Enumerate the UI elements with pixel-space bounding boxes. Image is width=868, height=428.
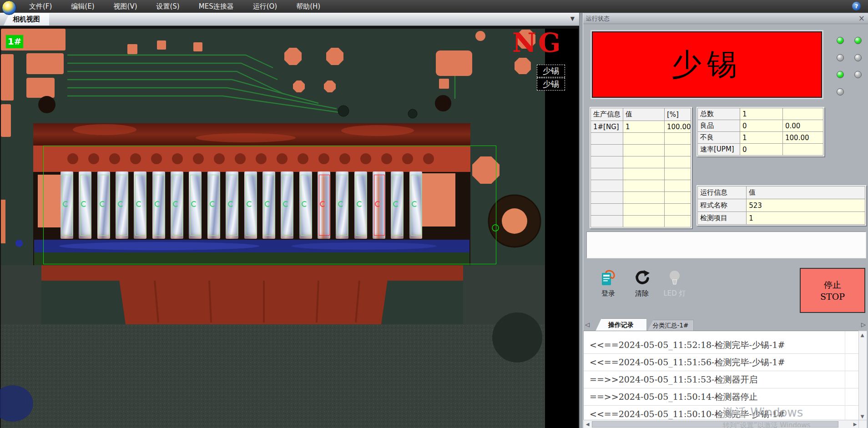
scroll-left-icon[interactable]: ◀ — [584, 421, 591, 428]
table-row: 检测项目1 — [698, 212, 865, 224]
table-cell — [665, 145, 691, 156]
table-cell: 良品 — [698, 120, 740, 131]
table-header-cell: 值 — [623, 108, 664, 121]
table-cell — [591, 204, 623, 215]
menu-bar: 文件(F)编辑(E)视图(V)设置(S)MES连接器运行(O)帮助(H) ? — [0, 0, 868, 13]
defect-tag-1: 少锡 — [537, 78, 565, 91]
table-header-row: 生产信息值[%] — [591, 108, 691, 121]
table-cell — [665, 180, 691, 191]
table-cell — [591, 192, 623, 203]
table-cell: 1 — [740, 108, 782, 120]
menu-items: 文件(F)编辑(E)视图(V)设置(S)MES连接器运行(O)帮助(H) — [26, 1, 323, 12]
menu-item-6[interactable]: 帮助(H) — [293, 1, 323, 12]
windows-activation-watermark-subtext: 转到“设置”以激活 Windows — [723, 421, 810, 428]
table-cell: 523 — [747, 199, 865, 211]
message-box[interactable] — [586, 232, 866, 258]
table-row: 速率[UPM]0 — [698, 144, 823, 155]
chevron-down-icon[interactable]: ▼ — [570, 15, 575, 22]
pad-marker-6 — [155, 201, 161, 207]
toolbar-button-0[interactable]: 登录 — [591, 268, 626, 298]
menu-item-5[interactable]: 运行(O) — [250, 1, 280, 12]
toolbar-button-label: 清除 — [625, 289, 659, 298]
pad-marker-1 — [63, 201, 69, 207]
table-cell: 1 — [740, 132, 782, 143]
camera-viewport[interactable]: 1# NG 少锡少锡 — [0, 25, 579, 428]
table-cell: 1#[NG] — [591, 121, 623, 132]
table-row — [591, 192, 691, 203]
stop-label-cn: 停止 — [824, 279, 841, 291]
menu-item-3[interactable]: 设置(S) — [154, 1, 182, 12]
table-cell — [665, 192, 691, 203]
pad-marker-7 — [173, 201, 179, 207]
table-cell — [665, 168, 691, 180]
status-banner: 少锡 — [592, 31, 822, 98]
toolbar-button-label: LED 灯 — [657, 289, 692, 298]
stop-button[interactable]: 停止 STOP — [800, 268, 865, 313]
scroll-down-icon[interactable]: ▼ — [859, 413, 866, 420]
table-cell: 0 — [740, 120, 782, 131]
led-indicator-2-0 — [837, 71, 844, 78]
vertical-scrollbar[interactable]: ▲ ▼ — [858, 331, 867, 421]
log-tab-1[interactable]: 分类汇总-1# — [647, 320, 694, 331]
scroll-right-icon[interactable]: ▶ — [852, 421, 858, 428]
menu-item-0[interactable]: 文件(F) — [26, 1, 55, 12]
panel-title-bar: 运行状态 × — [583, 13, 868, 24]
table-cell — [623, 168, 664, 180]
menu-item-4[interactable]: MES连接器 — [196, 1, 237, 12]
table-cell: 1 — [623, 121, 664, 132]
pad-marker-3 — [100, 201, 106, 207]
tab-camera-view[interactable]: 相机视图 — [4, 13, 49, 25]
led-indicator-0-1 — [854, 37, 862, 44]
table-cell: 0 — [740, 144, 782, 155]
toolbar-button-label: 登录 — [591, 289, 626, 298]
table-header-cell: 值 — [747, 186, 865, 199]
table-cell — [623, 216, 664, 227]
table-cell: 速率[UPM] — [698, 144, 740, 155]
table-cell: 0.00 — [783, 120, 823, 131]
table-row: 总数1 — [698, 108, 823, 120]
table-row — [591, 168, 691, 180]
pad-marker-11 — [247, 201, 252, 207]
app-logo-icon — [2, 0, 16, 15]
log-tab-strip: ◁ ▷ 操作记录分类汇总-1# — [583, 318, 868, 331]
scroll-up-icon[interactable]: ▲ — [859, 332, 866, 338]
production-info-table: 生产信息值[%]1#[NG]1100.00 — [590, 107, 692, 228]
table-header-cell: [%] — [665, 108, 691, 121]
table-row — [591, 204, 691, 215]
log-tab-0[interactable]: 操作记录 — [595, 318, 646, 331]
pad-marker-17 — [357, 201, 363, 207]
led-indicator-2-1 — [854, 71, 862, 78]
toolbar-button-1[interactable]: 清除 — [625, 268, 659, 298]
table-cell — [665, 133, 691, 144]
log-entry: ==>>2024-05-05_11:50:14-检测器停止 — [584, 388, 867, 406]
application-window: 文件(F)编辑(E)视图(V)设置(S)MES连接器运行(O)帮助(H) ? 相… — [0, 0, 868, 428]
log-entry: <<==2024-05-05_11:52:18-检测完毕-少锡-1# — [584, 337, 867, 354]
toolbar-button-2[interactable]: LED 灯 — [657, 268, 692, 298]
table-cell — [591, 145, 623, 156]
pad-marker-14 — [302, 201, 308, 207]
table-cell — [623, 204, 664, 215]
table-row: 1#[NG]1100.00 — [591, 121, 691, 132]
tab-scroll-left-icon[interactable]: ◁ — [585, 321, 590, 328]
pad-marker-4 — [118, 201, 124, 207]
table-cell: 检测项目 — [698, 212, 746, 224]
table-cell — [591, 168, 623, 180]
table-header-cell: 运行信息 — [698, 186, 746, 199]
pad-marker-12 — [265, 201, 271, 207]
table-cell — [591, 216, 623, 227]
horizontal-scrollbar[interactable]: ◀ ▶ — [583, 420, 859, 428]
inspection-result-text: NG — [512, 30, 563, 56]
tab-scroll-right-icon[interactable]: ▷ — [861, 321, 866, 328]
help-icon[interactable]: ? — [852, 2, 861, 10]
close-icon[interactable]: × — [858, 14, 865, 23]
table-row — [591, 216, 691, 227]
pad-marker-9 — [210, 201, 216, 207]
summary-count-table: 总数1良品00.00不良1100.00速率[UPM]0 — [696, 107, 824, 156]
menu-item-1[interactable]: 编辑(E) — [68, 1, 97, 12]
table-cell: 程式名称 — [698, 199, 746, 211]
table-row — [591, 156, 691, 168]
menu-item-2[interactable]: 视图(V) — [111, 1, 140, 12]
windows-activation-watermark: 激活 Windows — [723, 405, 803, 421]
table-row — [591, 180, 691, 191]
id-badge-icon — [591, 268, 626, 287]
